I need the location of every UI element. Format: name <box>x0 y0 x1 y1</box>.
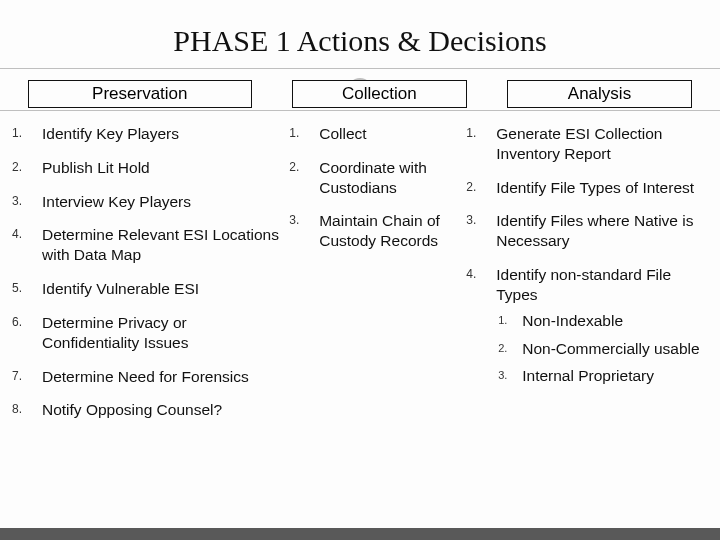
slide: PHASE 1 Actions & Decisions Preservation… <box>0 0 720 540</box>
divider-top <box>0 68 720 69</box>
list-item: Maintain Chain of Custody Records <box>289 211 456 251</box>
list-item: Notify Opposing Counsel? <box>12 400 279 420</box>
sub-list-item: Internal Proprietary <box>496 366 700 386</box>
list-item: Publish Lit Hold <box>12 158 279 178</box>
list-item: Identify Files where Native is Necessary <box>466 211 700 251</box>
column-headers: Preservation Collection Analysis <box>28 80 692 108</box>
analysis-list: Generate ESI Collection Inventory Report… <box>466 124 700 386</box>
page-title: PHASE 1 Actions & Decisions <box>28 24 692 58</box>
header-preservation: Preservation <box>28 80 252 108</box>
list-item: Coordinate with Custodians <box>289 158 456 198</box>
preservation-list: Identify Key Players Publish Lit Hold In… <box>12 124 279 420</box>
sub-list-item: Non-Commercially usable <box>496 339 700 359</box>
collection-list: Collect Coordinate with Custodians Maint… <box>289 124 456 251</box>
columns-body: Identify Key Players Publish Lit Hold In… <box>12 124 700 504</box>
divider-bottom <box>0 110 720 111</box>
column-analysis: Generate ESI Collection Inventory Report… <box>466 124 700 504</box>
list-item: Generate ESI Collection Inventory Report <box>466 124 700 164</box>
list-item: Determine Privacy or Confidentiality Iss… <box>12 313 279 353</box>
column-preservation: Identify Key Players Publish Lit Hold In… <box>12 124 279 504</box>
sub-list-item: Non-Indexable <box>496 311 700 331</box>
header-collection: Collection <box>292 80 467 108</box>
header-analysis: Analysis <box>507 80 692 108</box>
list-item: Identify non-standard File Types Non-Ind… <box>466 265 700 386</box>
list-item: Identify File Types of Interest <box>466 178 700 198</box>
list-item: Determine Relevant ESI Locations with Da… <box>12 225 279 265</box>
list-item: Interview Key Players <box>12 192 279 212</box>
list-item: Determine Need for Forensics <box>12 367 279 387</box>
list-item: Collect <box>289 124 456 144</box>
list-item: Identify Key Players <box>12 124 279 144</box>
list-item-label: Identify non-standard File Types <box>496 266 671 303</box>
column-collection: Collect Coordinate with Custodians Maint… <box>289 124 456 504</box>
list-item: Identify Vulnerable ESI <box>12 279 279 299</box>
analysis-sublist: Non-Indexable Non-Commercially usable In… <box>496 311 700 386</box>
